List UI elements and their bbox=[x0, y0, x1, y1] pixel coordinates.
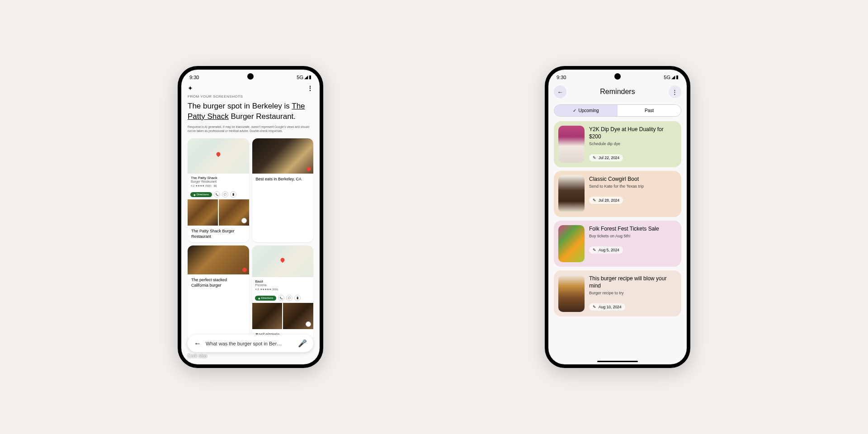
tab-upcoming[interactable]: ✓ Upcoming bbox=[554, 105, 618, 116]
search-bar[interactable]: ← What was the burger spot in Ber… 🎤 bbox=[188, 335, 313, 352]
phone-icon[interactable]: 📱 bbox=[294, 295, 301, 301]
tab-segment: ✓ Upcoming Past bbox=[554, 104, 681, 117]
headline: The burger spot in Berkeley is The Patty… bbox=[188, 101, 313, 122]
screen-right: 9:30 5G ◢ ▮ ← Reminders ⋮ ✓ Upcoming Pas… bbox=[548, 70, 687, 364]
clock-text: 9:30 bbox=[557, 75, 566, 80]
reminder-subtitle: Send to Kate for the Texas trip bbox=[589, 184, 677, 189]
reminder-item[interactable]: This burger recipe will blow your mind B… bbox=[554, 270, 681, 316]
reminder-title: Folk Forest Fest Tickets Sale bbox=[589, 225, 677, 232]
place-rating: 4.8 ★★★★★ (300) bbox=[255, 288, 311, 291]
card-title: The Patty Shack Burger Restaurant bbox=[188, 226, 249, 242]
directions-button[interactable]: ◆ Directions bbox=[255, 296, 277, 301]
search-input[interactable]: What was the burger spot in Ber… bbox=[206, 341, 293, 346]
reminder-body: Classic Cowgirl Boot Send to Kate for th… bbox=[589, 175, 677, 204]
phone-left: 9:30 5G ◢ ▮ ✦ ⋮ FROM YOUR SCREENSHOTS Th… bbox=[178, 66, 323, 368]
badge-icon bbox=[242, 268, 247, 272]
location-badge-icon bbox=[306, 321, 311, 327]
place-name: Basil bbox=[255, 279, 311, 283]
battery-icon: ▮ bbox=[676, 74, 679, 80]
battery-icon: ▮ bbox=[309, 74, 311, 80]
more-icon[interactable]: ⋮ bbox=[307, 85, 313, 92]
card-stacked-burger[interactable]: The perfect stacked California burger bbox=[188, 245, 249, 341]
more-button[interactable]: ⋮ bbox=[669, 85, 681, 98]
camera-hole bbox=[247, 73, 254, 80]
reminder-subtitle: Buy tickets on Aug 5th! bbox=[589, 234, 677, 238]
edit-icon: ✎ bbox=[593, 248, 596, 252]
camera-hole bbox=[614, 73, 621, 80]
screen-left: 9:30 5G ◢ ▮ ✦ ⋮ FROM YOUR SCREENSHOTS Th… bbox=[181, 70, 320, 364]
thumb-pizza1 bbox=[252, 303, 283, 329]
edit-icon: ✎ bbox=[593, 198, 596, 203]
reminder-title: Classic Cowgirl Boot bbox=[589, 175, 677, 183]
chat-icon[interactable]: 💬 bbox=[222, 191, 228, 198]
tab-past[interactable]: Past bbox=[618, 105, 681, 116]
card-title: Best eats in Berkeley, CA bbox=[252, 174, 314, 185]
disclaimer: Response is AI generated. It may be inac… bbox=[188, 125, 313, 133]
reminder-item[interactable]: Y2K Dip Dye at Hue Duality for $200 Sche… bbox=[554, 121, 681, 167]
page-title: Reminders bbox=[600, 88, 635, 96]
card-sushi[interactable]: Best eats in Berkeley, CA bbox=[252, 138, 314, 242]
location-badge-icon bbox=[241, 218, 247, 223]
burger-image bbox=[188, 245, 249, 274]
thumb-burger1 bbox=[188, 199, 218, 226]
gesture-bar[interactable] bbox=[597, 361, 638, 362]
reminder-date-chip[interactable]: ✎ Jul 22, 2024 bbox=[589, 154, 623, 161]
reminder-subtitle: Burger recipe to try bbox=[589, 291, 677, 295]
phone-icon[interactable]: 📱 bbox=[230, 191, 236, 198]
sushi-image bbox=[252, 138, 314, 174]
call-icon[interactable]: 📞 bbox=[214, 191, 220, 198]
reminder-item[interactable]: Classic Cowgirl Boot Send to Kate for th… bbox=[554, 171, 681, 217]
reminder-title: Y2K Dip Dye at Hue Duality for $200 bbox=[589, 126, 677, 140]
thumb-row bbox=[252, 303, 314, 329]
network-label: 5G bbox=[297, 75, 303, 80]
directions-button[interactable]: ◆ Directions bbox=[190, 192, 212, 197]
place-actions: ◆ Directions 📞 💬 📱 bbox=[188, 189, 249, 199]
place-info: Basil Pizzeria 4.8 ★★★★★ (300) bbox=[252, 277, 314, 293]
map-pin-icon bbox=[215, 151, 221, 157]
card-patty-shack[interactable]: The Patty Shack Burger Restaurant 4.2 ★★… bbox=[188, 138, 249, 242]
status-icons: 5G ◢ ▮ bbox=[664, 74, 679, 80]
place-info: The Patty Shack Burger Restaurant 4.2 ★★… bbox=[188, 174, 249, 189]
place-type: Burger Restaurant bbox=[191, 180, 246, 183]
sparkle-icon[interactable]: ✦ bbox=[188, 85, 193, 92]
page-header: ← Reminders ⋮ bbox=[548, 82, 687, 102]
reminder-body: This burger recipe will blow your mind B… bbox=[589, 275, 677, 311]
reminder-thumbnail bbox=[558, 275, 585, 312]
call-icon[interactable]: 📞 bbox=[278, 295, 284, 301]
card-basil[interactable]: Basil Pizzeria 4.8 ★★★★★ (300) ◆ Directi… bbox=[252, 245, 314, 341]
content-area: FROM YOUR SCREENSHOTS The burger spot in… bbox=[181, 94, 320, 359]
reminder-body: Folk Forest Fest Tickets Sale Buy ticket… bbox=[589, 225, 677, 254]
reminder-date-chip[interactable]: ✎ Aug 10, 2024 bbox=[589, 303, 625, 311]
reminder-date-chip[interactable]: ✎ Jul 28, 2024 bbox=[589, 197, 623, 204]
cards-grid: The Patty Shack Burger Restaurant 4.2 ★★… bbox=[188, 138, 313, 341]
map-thumbnail bbox=[252, 245, 314, 277]
signal-icon: ◢ bbox=[304, 74, 308, 80]
thumb-row bbox=[188, 199, 249, 226]
reminder-subtitle: Schedule dip dye bbox=[589, 142, 677, 146]
reminder-body: Y2K Dip Dye at Hue Duality for $200 Sche… bbox=[589, 126, 677, 161]
clock-text: 9:30 bbox=[189, 75, 199, 80]
mic-icon[interactable]: 🎤 bbox=[298, 339, 307, 348]
edit-icon: ✎ bbox=[593, 305, 596, 309]
reminder-date-chip[interactable]: ✎ Aug 5, 2024 bbox=[589, 246, 623, 254]
card-title: The perfect stacked California burger bbox=[188, 274, 249, 291]
phone-right: 9:30 5G ◢ ▮ ← Reminders ⋮ ✓ Upcoming Pas… bbox=[545, 66, 690, 368]
reminder-thumbnail bbox=[558, 225, 585, 262]
reminder-list: Y2K Dip Dye at Hue Duality for $200 Sche… bbox=[548, 121, 687, 316]
place-name: The Patty Shack bbox=[191, 176, 246, 180]
map-pin-icon bbox=[280, 257, 286, 263]
cork-label: Cork stop bbox=[188, 354, 207, 359]
chat-icon[interactable]: 💬 bbox=[286, 295, 292, 301]
section-label: FROM YOUR SCREENSHOTS bbox=[188, 94, 313, 99]
reminder-item[interactable]: Folk Forest Fest Tickets Sale Buy ticket… bbox=[554, 221, 681, 267]
thumb-pizza2 bbox=[283, 303, 313, 329]
thumb-burger2 bbox=[219, 199, 249, 226]
place-type: Pizzeria bbox=[255, 283, 311, 287]
back-button[interactable]: ← bbox=[554, 85, 566, 98]
reminder-thumbnail bbox=[558, 175, 585, 212]
headline-post: Burger Restaurant. bbox=[229, 112, 296, 121]
check-icon: ✓ bbox=[573, 108, 576, 113]
network-label: 5G bbox=[664, 75, 670, 80]
badge-icon bbox=[307, 167, 311, 171]
back-arrow-icon[interactable]: ← bbox=[194, 340, 201, 348]
